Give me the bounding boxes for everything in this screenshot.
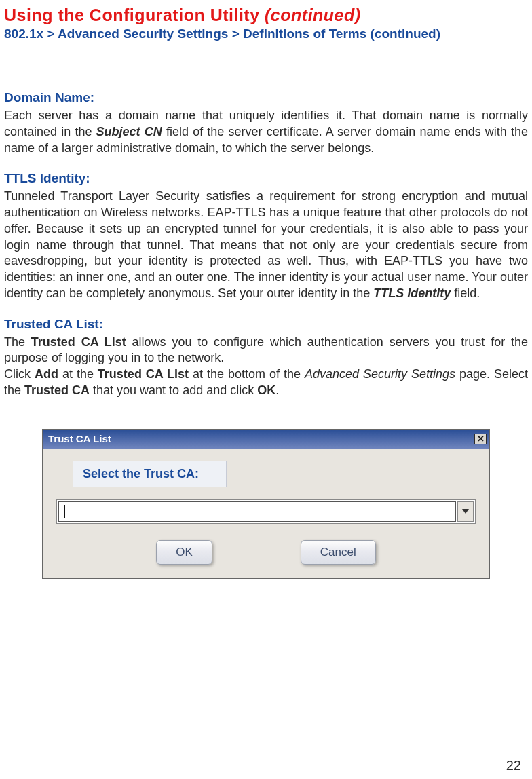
text: that you want to add and click: [90, 383, 257, 397]
body-ttls-identity: Tunneled Transport Layer Security satisf…: [4, 189, 528, 301]
page-number: 22: [506, 758, 521, 774]
text: .: [276, 383, 279, 397]
dialog-body: Select the Trust CA: OK Cancel: [43, 449, 489, 578]
body-domain-name: Each server has a domain name that uniqu…: [4, 108, 528, 156]
page-title: Using the Configuration Utility (continu…: [4, 5, 528, 25]
heading-ttls-identity: TTLS Identity:: [4, 171, 528, 186]
ok-button[interactable]: OK: [156, 540, 212, 565]
page-title-continued: (continued): [265, 5, 361, 24]
text: at the: [58, 367, 98, 381]
text: Click: [4, 367, 35, 381]
dialog-button-row: OK Cancel: [56, 540, 476, 565]
chevron-down-icon: [462, 509, 469, 514]
dialog-titlebar[interactable]: Trust CA List ✕: [43, 430, 489, 449]
cancel-button[interactable]: Cancel: [301, 540, 376, 565]
text: Tunneled Transport Layer Security satisf…: [4, 189, 528, 300]
trusted-ca-term: Trusted CA: [24, 383, 90, 397]
heading-trusted-ca-list: Trusted CA List:: [4, 317, 528, 332]
text: at the bottom of the: [189, 367, 305, 381]
select-trust-ca-label: Select the Trust CA:: [73, 461, 227, 487]
subject-cn-term: Subject CN: [96, 125, 162, 138]
trusted-ca-list-term: Trusted CA List: [31, 335, 126, 349]
ok-term: OK: [257, 383, 276, 397]
section-ttls-identity: TTLS Identity: Tunneled Transport Layer …: [4, 171, 528, 301]
section-domain-name: Domain Name: Each server has a domain na…: [4, 90, 528, 156]
dialog-title: Trust CA List: [48, 433, 111, 444]
trust-ca-dropdown-arrow[interactable]: [457, 501, 474, 522]
text: field.: [451, 286, 480, 300]
trust-ca-dropdown-text[interactable]: [58, 501, 456, 522]
body-trusted-ca-list: The Trusted CA List allows you to config…: [4, 335, 528, 399]
trust-ca-list-dialog: Trust CA List ✕ Select the Trust CA: OK …: [42, 429, 490, 579]
close-button[interactable]: ✕: [474, 434, 487, 444]
breadcrumb: 802.1x > Advanced Security Settings > De…: [4, 26, 528, 41]
close-icon: ✕: [477, 434, 484, 443]
trust-ca-dropdown[interactable]: [56, 499, 476, 524]
section-trusted-ca-list: Trusted CA List: The Trusted CA List all…: [4, 317, 528, 399]
advanced-security-settings-term: Advanced Security Settings: [305, 367, 455, 381]
heading-domain-name: Domain Name:: [4, 90, 528, 105]
add-term: Add: [35, 367, 58, 381]
ttls-identity-term: TTLS Identity: [373, 286, 451, 300]
text: The: [4, 335, 31, 349]
text-caret-icon: [64, 505, 65, 518]
page-title-main: Using the Configuration Utility: [4, 5, 265, 24]
trusted-ca-list-term-2: Trusted CA List: [98, 367, 189, 381]
